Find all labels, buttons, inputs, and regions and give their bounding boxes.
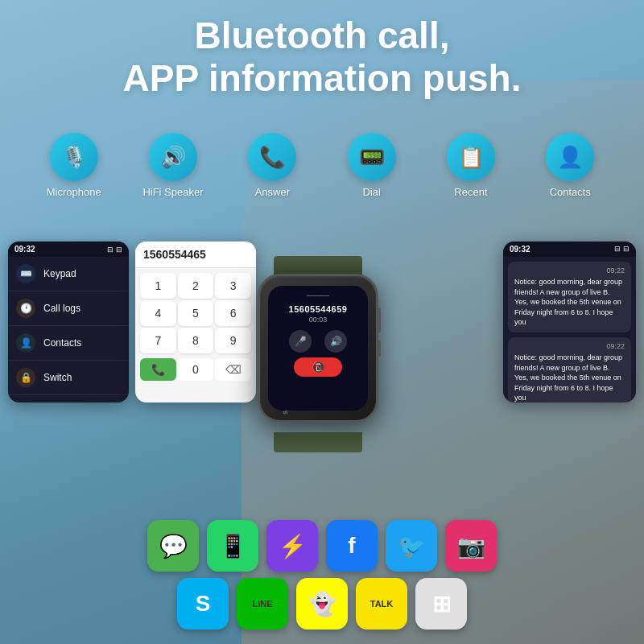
app-grid-app[interactable]: ⊞	[415, 578, 467, 630]
contacts-icon: 👤	[16, 333, 35, 353]
battery-icon-left: ⊟ ⊟	[107, 246, 122, 254]
switch-icon: 🔒	[16, 368, 35, 387]
recent-label: Recent	[454, 186, 487, 198]
smartwatch: SHIELD POWER ───── 15605544659 00:03 🎤 🔊…	[258, 274, 394, 435]
microphone-icon: 🎙️	[50, 133, 98, 181]
keypad-zero[interactable]: 0	[178, 358, 214, 381]
feature-contacts: 👤 Contacts	[534, 133, 606, 198]
watch-band-bottom	[274, 432, 362, 452]
hero-line2: APP information push.	[0, 57, 644, 100]
watch-case: SHIELD POWER ───── 15605544659 00:03 🎤 🔊…	[258, 274, 378, 423]
keypad-bottom-row: 📞 0 ⌫	[135, 358, 256, 386]
keypad-key-3[interactable]: 3	[215, 273, 251, 299]
notification-panel: 09:32 ⊟ ⊟ 09:22 Notice: good morning, de…	[503, 242, 636, 402]
answer-label: Answer	[255, 186, 290, 198]
answer-icon: 📞	[248, 133, 296, 181]
keypad-key-2[interactable]: 2	[178, 273, 214, 299]
dial-label: Dial	[362, 186, 380, 198]
watch-volume-button[interactable]: 🔊	[324, 330, 347, 353]
hifi-speaker-icon: 🔊	[149, 133, 197, 181]
notif-time: 09:32	[510, 245, 530, 254]
app-kakaotalk[interactable]: TALK	[356, 578, 407, 630]
app-instagram[interactable]: 📷	[445, 520, 497, 572]
keypad-delete[interactable]: ⌫	[215, 358, 251, 381]
notification-0: 09:22 Notice: good morning, dear group f…	[508, 262, 631, 332]
menu-item-contacts[interactable]: 👤 Contacts	[8, 326, 129, 361]
app-whatsapp[interactable]: 📱	[207, 520, 258, 572]
keypad-key-1[interactable]: 1	[140, 273, 176, 299]
app-snapchat[interactable]: 👻	[296, 578, 348, 630]
menu-item-call-logs[interactable]: 🕐 Call logs	[8, 291, 129, 326]
watch-end-call-button[interactable]: 📵	[294, 357, 342, 377]
dial-icon: 📟	[348, 133, 396, 181]
apps-section: 💬📱⚡f🐦📷 SLINE👻TALK⊞	[8, 520, 636, 636]
app-line[interactable]: LINE	[237, 578, 288, 630]
notification-1: 09:22 Notice: good morning, dear group f…	[508, 337, 631, 402]
contacts-icon: 👤	[546, 133, 594, 181]
watch-mute-button[interactable]: 🎤	[289, 330, 312, 353]
keypad-icon: ⌨️	[16, 264, 35, 283]
notif-text: Notice: good morning, dear group friends…	[514, 353, 625, 402]
watch-phone-number: 15605544659	[289, 304, 348, 314]
watch-duration: 00:03	[309, 316, 328, 324]
keypad-key-7[interactable]: 7	[140, 328, 176, 353]
menu-item-keypad[interactable]: ⌨️ Keypad	[8, 257, 129, 291]
hifi-speaker-label: HiFi Speaker	[142, 186, 203, 198]
contacts-label: Contacts	[550, 186, 591, 198]
keypad-key-6[interactable]: 6	[215, 300, 251, 326]
notif-timestamp: 09:22	[514, 342, 625, 350]
microphone-label: Microphone	[47, 186, 101, 198]
watch-side-button-1	[377, 308, 381, 332]
keypad-call-button[interactable]: 📞	[140, 358, 176, 381]
menu-item-switch[interactable]: 🔒 Switch	[8, 361, 129, 395]
app-facebook[interactable]: f	[326, 520, 378, 572]
features-row: 🎙️ Microphone 🔊 HiFi Speaker 📞 Answer 📟 …	[24, 133, 620, 198]
keypad-panel: 1560554465 123456789 📞 0 ⌫	[135, 242, 256, 402]
app-messages[interactable]: 💬	[147, 520, 199, 572]
status-bar-left: 09:32 ⊟ ⊟	[8, 242, 129, 257]
call logs-icon: 🕐	[16, 299, 35, 318]
app-messenger[interactable]: ⚡	[266, 520, 318, 572]
notif-status-bar: 09:32 ⊟ ⊟	[503, 242, 636, 257]
menu-label: Switch	[43, 372, 72, 383]
keypad-key-4[interactable]: 4	[140, 300, 176, 326]
menu-label: Call logs	[43, 303, 80, 314]
menu-label: Keypad	[43, 268, 76, 279]
keypad-key-9[interactable]: 9	[215, 328, 251, 353]
recent-icon: 📋	[447, 133, 495, 181]
feature-microphone: 🎙️ Microphone	[38, 133, 110, 198]
feature-dial: 📟 Dial	[336, 133, 408, 198]
hero-line1: Bluetooth call,	[0, 14, 644, 57]
panel-time-left: 09:32	[14, 245, 35, 254]
notif-timestamp: 09:22	[514, 266, 625, 275]
feature-answer: 📞 Answer	[236, 133, 308, 198]
keypad-number: 1560554465	[135, 242, 256, 268]
watch-call-controls: 🎤 🔊	[289, 330, 347, 353]
hero-title: Bluetooth call, APP information push.	[0, 14, 644, 100]
left-phone-panel: 09:32 ⊟ ⊟ ⌨️ Keypad 🕐 Call logs 👤 Contac…	[8, 242, 129, 402]
app-twitter[interactable]: 🐦	[386, 520, 437, 572]
watch-side-button-2	[377, 341, 381, 357]
app-skype[interactable]: S	[177, 578, 229, 630]
notif-text: Notice: good morning, dear group friends…	[514, 277, 625, 328]
menu-label: Contacts	[43, 337, 81, 349]
feature-recent: 📋 Recent	[435, 133, 507, 198]
notif-battery: ⊟ ⊟	[614, 245, 630, 254]
watch-screen: ───── 15605544659 00:03 🎤 🔊 📵	[268, 286, 368, 411]
keypad-key-8[interactable]: 8	[178, 328, 214, 353]
feature-hifi-speaker: 🔊 HiFi Speaker	[137, 133, 209, 198]
keypad-key-5[interactable]: 5	[178, 300, 214, 326]
